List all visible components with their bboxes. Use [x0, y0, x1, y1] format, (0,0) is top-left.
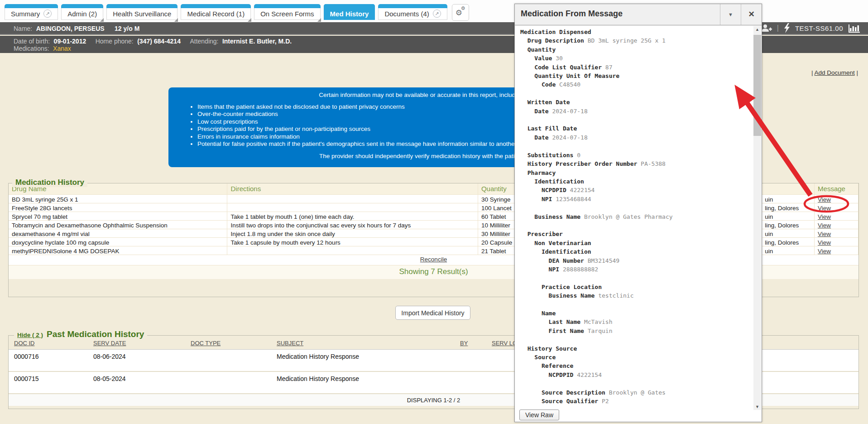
scroll-down-icon[interactable]: ▼	[753, 403, 761, 410]
message-line: Substitutions 0	[520, 151, 673, 159]
serv-date: 08-05-2024	[93, 375, 126, 382]
view-message-link[interactable]: View	[818, 196, 831, 203]
view-message-link[interactable]: View	[818, 213, 831, 220]
message-line: NCPDPID 4222154	[520, 186, 673, 194]
message-line: Source Description Brooklyn @ Gates	[520, 388, 673, 397]
divider: |	[777, 24, 779, 32]
message-cell: View	[815, 238, 858, 246]
message-line	[520, 116, 673, 124]
scrollbar-thumb[interactable]	[753, 35, 761, 136]
add-document-link[interactable]: Add Document	[814, 69, 854, 76]
tab-label: Health Surveillance	[113, 10, 171, 18]
message-line: Source Qualifier P2	[520, 397, 673, 405]
phone-label: Home phone:	[96, 38, 134, 45]
tab-medical-record-1[interactable]: Medical Record (1)	[181, 4, 251, 20]
prescriber-cell: uin	[762, 212, 815, 221]
medications-label: Medications:	[14, 45, 49, 52]
directions-cell	[227, 195, 478, 203]
chart-icon[interactable]	[848, 24, 860, 33]
medication-from-message-dialog: Medication From Message ▼ ✕ Medication D…	[514, 4, 762, 422]
patient-name: ABINGDON, PERSEUS	[36, 25, 105, 32]
settings-gear-button[interactable]: ⚙⚙	[452, 4, 469, 21]
gear-icon-small: ⚙	[461, 5, 465, 11]
lightning-icon[interactable]	[784, 23, 790, 33]
past-column-header-serv-lo[interactable]: SERV LO	[492, 340, 517, 347]
tab-summary[interactable]: Summary↗	[5, 4, 58, 20]
past-column-header-subject[interactable]: SUBJECT	[277, 340, 303, 347]
message-line: Business Name Brooklyn @ Gates Pharmacy	[520, 212, 673, 221]
dialog-scrollbar[interactable]: ▲ ▼	[753, 26, 761, 410]
dob-label: Date of birth:	[14, 38, 50, 45]
patient-age-sex: 12 y/o M	[115, 25, 139, 32]
medications-value[interactable]: Xanax	[53, 45, 71, 52]
doc-id: 0000715	[14, 375, 39, 382]
message-cell: View	[815, 221, 858, 229]
drug-name-cell: FreeStyle 28G lancets	[9, 203, 227, 212]
message-cell: View	[815, 203, 858, 212]
dob-value: 09-01-2012	[54, 38, 86, 45]
open-in-new-icon[interactable]: ↗	[43, 10, 52, 18]
message-line: Business Name testclinic	[520, 291, 673, 300]
subject: Medication History Response	[277, 375, 359, 382]
tab-documents-4[interactable]: Documents (4)↗	[378, 4, 447, 20]
message-line: Code List Qualifier 87	[520, 63, 673, 72]
past-column-header-serv-date[interactable]: SERV DATE	[93, 340, 126, 347]
message-line	[520, 142, 673, 150]
tab-label: Documents (4)	[384, 10, 429, 18]
message-line: DEA Number BM3214549	[520, 256, 673, 265]
tab-health-surveillance[interactable]: Health Surveillance	[106, 4, 177, 20]
add-user-icon[interactable]	[761, 24, 772, 32]
medication-history-title: Medication History	[12, 178, 87, 187]
message-line: Source	[520, 353, 673, 361]
attending-value: Internist E. Butler, M.D.	[222, 38, 292, 45]
past-column-header-by[interactable]: BY	[460, 340, 468, 347]
close-icon[interactable]: ✕	[741, 4, 762, 25]
directions-cell: Take 1 tablet by mouth 1 (one) time each…	[227, 212, 478, 221]
message-line: NPI 2888888882	[520, 265, 673, 274]
tab-med-history[interactable]: Med History	[324, 4, 375, 20]
prescriber-cell: uin	[762, 246, 815, 255]
tab-label: On Screen Forms	[260, 10, 314, 18]
add-document-line: | Add Document |	[811, 69, 858, 76]
page: Summary↗Admin (2)Health SurveillanceMedi…	[0, 0, 868, 424]
submenu-fold-icon	[174, 18, 178, 22]
message-line: History Source	[520, 344, 673, 353]
view-message-link[interactable]: View	[818, 205, 831, 212]
reconcile-link[interactable]: Reconcile	[420, 256, 447, 263]
drug-name-cell: doxycycline hyclate 100 mg capsule	[9, 238, 227, 246]
dialog-header[interactable]: Medication From Message ▼ ✕	[515, 4, 762, 25]
import-medical-history-button[interactable]: Import Medical History	[395, 306, 470, 320]
past-column-header-doc-type[interactable]: DOC TYPE	[191, 340, 221, 347]
message-cell: View	[815, 195, 858, 203]
tab-bar: Summary↗Admin (2)Health SurveillanceMedi…	[5, 4, 469, 21]
drug-name-cell: dexamethasone 4 mg/ml vial	[9, 229, 227, 238]
message-line: Value 30	[520, 54, 673, 63]
view-message-link[interactable]: View	[818, 239, 831, 246]
open-in-new-icon[interactable]: ↗	[433, 10, 441, 18]
message-line: Reference	[520, 361, 673, 370]
tab-admin-2[interactable]: Admin (2)	[61, 4, 103, 20]
prescriber-cell: uin	[762, 229, 815, 238]
message-cell: View	[815, 212, 858, 221]
view-message-link[interactable]: View	[818, 222, 831, 229]
message-line: Identification	[520, 177, 673, 186]
view-message-link[interactable]: View	[818, 248, 831, 255]
scroll-up-icon[interactable]: ▲	[753, 26, 761, 34]
column-header: Message	[815, 183, 858, 195]
tab-label: Med History	[330, 10, 369, 18]
past-column-header-doc-id[interactable]: DOC ID	[14, 340, 35, 347]
system-id: TEST-SS61.00	[795, 24, 843, 32]
tab-on-screen-forms[interactable]: On Screen Forms	[254, 4, 320, 20]
message-line: Drug Description BD 3mL syringe 25G x 1	[520, 36, 673, 45]
view-raw-button[interactable]: View Raw	[519, 410, 559, 420]
view-message-link[interactable]: View	[818, 231, 831, 237]
drug-name-cell: methylPREDNISolone 4 MG DOSEPAK	[9, 246, 227, 255]
dialog-body: Medication Dispensed Drug Description BD…	[515, 25, 762, 410]
message-cell: View	[815, 246, 858, 255]
dialog-menu-button[interactable]: ▼	[720, 4, 741, 25]
message-line: Quantity	[520, 45, 673, 54]
column-header	[762, 183, 815, 195]
message-line	[520, 274, 673, 282]
message-line	[520, 203, 673, 212]
submenu-fold-icon	[248, 18, 251, 22]
